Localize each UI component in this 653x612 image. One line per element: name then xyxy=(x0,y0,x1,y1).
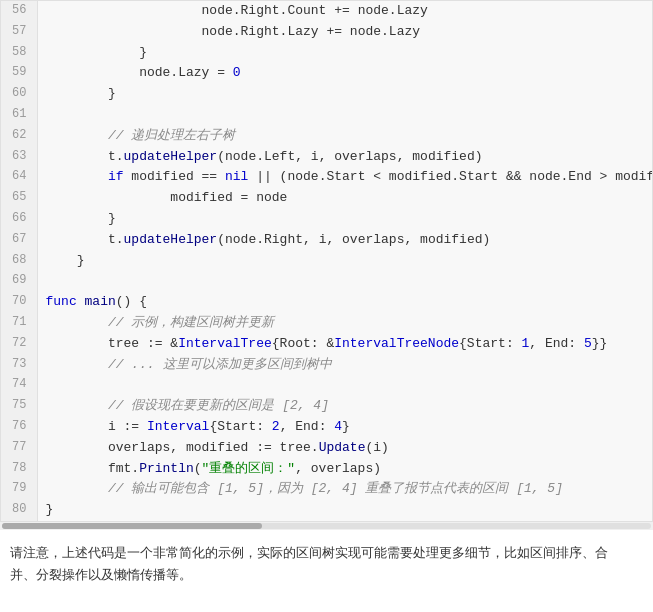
table-row: 75 // 假设现在要更新的区间是 [2, 4] xyxy=(1,396,653,417)
line-content: // ... 这里可以添加更多区间到树中 xyxy=(37,355,653,376)
table-row: 71 // 示例，构建区间树并更新 xyxy=(1,313,653,334)
table-row: 58 } xyxy=(1,43,653,64)
table-row: 63 t.updateHelper(node.Left, i, overlaps… xyxy=(1,147,653,168)
line-content: // 输出可能包含 [1, 5]，因为 [2, 4] 重叠了报节点代表的区间 [… xyxy=(37,479,653,500)
horizontal-scrollbar[interactable] xyxy=(0,522,653,530)
line-number: 60 xyxy=(1,84,37,105)
line-content xyxy=(37,105,653,126)
table-row: 56 node.Right.Count += node.Lazy xyxy=(1,1,653,22)
table-row: 64 if modified == nil || (node.Start < m… xyxy=(1,167,653,188)
line-number: 76 xyxy=(1,417,37,438)
line-number: 64 xyxy=(1,167,37,188)
table-row: 65 modified = node xyxy=(1,188,653,209)
line-number: 59 xyxy=(1,63,37,84)
scrollbar-thumb[interactable] xyxy=(2,523,262,529)
line-number: 78 xyxy=(1,459,37,480)
line-content: func main() { xyxy=(37,292,653,313)
line-number: 63 xyxy=(1,147,37,168)
line-number: 77 xyxy=(1,438,37,459)
line-number: 73 xyxy=(1,355,37,376)
line-content: } xyxy=(37,251,653,272)
line-content: // 递归处理左右子树 xyxy=(37,126,653,147)
line-content: tree := &IntervalTree{Root: &IntervalTre… xyxy=(37,334,653,355)
line-number: 67 xyxy=(1,230,37,251)
app-container: 56 node.Right.Count += node.Lazy57 node.… xyxy=(0,0,653,612)
line-content: node.Lazy = 0 xyxy=(37,63,653,84)
table-row: 60 } xyxy=(1,84,653,105)
line-content: } xyxy=(37,43,653,64)
table-row: 70func main() { xyxy=(1,292,653,313)
line-content: t.updateHelper(node.Right, i, overlaps, … xyxy=(37,230,653,251)
table-row: 79 // 输出可能包含 [1, 5]，因为 [2, 4] 重叠了报节点代表的区… xyxy=(1,479,653,500)
table-row: 68 } xyxy=(1,251,653,272)
code-block: 56 node.Right.Count += node.Lazy57 node.… xyxy=(0,0,653,530)
line-number: 58 xyxy=(1,43,37,64)
line-content xyxy=(37,375,653,396)
table-row: 78 fmt.Println("重叠的区间：", overlaps) xyxy=(1,459,653,480)
line-content: overlaps, modified := tree.Update(i) xyxy=(37,438,653,459)
line-number: 70 xyxy=(1,292,37,313)
line-number: 65 xyxy=(1,188,37,209)
table-row: 73 // ... 这里可以添加更多区间到树中 xyxy=(1,355,653,376)
line-content: modified = node xyxy=(37,188,653,209)
line-content xyxy=(37,271,653,292)
table-row: 80} xyxy=(1,500,653,521)
line-content: // 假设现在要更新的区间是 [2, 4] xyxy=(37,396,653,417)
line-content: node.Right.Lazy += node.Lazy xyxy=(37,22,653,43)
line-content: node.Right.Count += node.Lazy xyxy=(37,1,653,22)
line-number: 80 xyxy=(1,500,37,521)
line-content: i := Interval{Start: 2, End: 4} xyxy=(37,417,653,438)
table-row: 69 xyxy=(1,271,653,292)
line-content: // 示例，构建区间树并更新 xyxy=(37,313,653,334)
line-number: 66 xyxy=(1,209,37,230)
line-number: 71 xyxy=(1,313,37,334)
description-paragraph xyxy=(10,586,643,608)
line-content: if modified == nil || (node.Start < modi… xyxy=(37,167,653,188)
line-content: } xyxy=(37,84,653,105)
table-row: 59 node.Lazy = 0 xyxy=(1,63,653,84)
table-row: 76 i := Interval{Start: 2, End: 4} xyxy=(1,417,653,438)
line-content: } xyxy=(37,500,653,521)
description-paragraph: 并、分裂操作以及懒惰传播等。 xyxy=(10,564,643,586)
line-content: t.updateHelper(node.Left, i, overlaps, m… xyxy=(37,147,653,168)
line-content: } xyxy=(37,209,653,230)
scrollbar-track xyxy=(2,523,651,529)
table-row: 77 overlaps, modified := tree.Update(i) xyxy=(1,438,653,459)
table-row: 67 t.updateHelper(node.Right, i, overlap… xyxy=(1,230,653,251)
table-row: 74 xyxy=(1,375,653,396)
table-row: 61 xyxy=(1,105,653,126)
line-content: fmt.Println("重叠的区间：", overlaps) xyxy=(37,459,653,480)
line-number: 68 xyxy=(1,251,37,272)
line-number: 57 xyxy=(1,22,37,43)
line-number: 62 xyxy=(1,126,37,147)
table-row: 57 node.Right.Lazy += node.Lazy xyxy=(1,22,653,43)
line-number: 75 xyxy=(1,396,37,417)
line-number: 72 xyxy=(1,334,37,355)
line-number: 61 xyxy=(1,105,37,126)
table-row: 72 tree := &IntervalTree{Root: &Interval… xyxy=(1,334,653,355)
table-row: 66 } xyxy=(1,209,653,230)
description-text: 请注意，上述代码是一个非常简化的示例，实际的区间树实现可能需要处理更多细节，比如… xyxy=(0,530,653,612)
line-number: 56 xyxy=(1,1,37,22)
table-row: 62 // 递归处理左右子树 xyxy=(1,126,653,147)
line-number: 69 xyxy=(1,271,37,292)
line-number: 74 xyxy=(1,375,37,396)
line-number: 79 xyxy=(1,479,37,500)
description-paragraph: 请注意，上述代码是一个非常简化的示例，实际的区间树实现可能需要处理更多细节，比如… xyxy=(10,542,643,564)
